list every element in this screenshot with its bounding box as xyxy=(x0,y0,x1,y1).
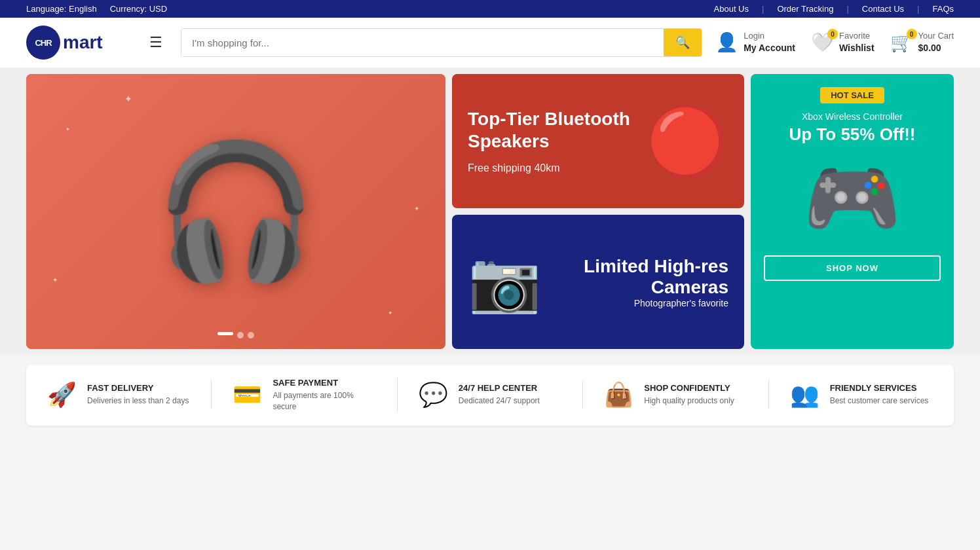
camera-image: 📷 xyxy=(468,248,541,316)
cart-badge: 0 xyxy=(907,29,917,39)
feature-title-3: SHOP CONFIDENTLY xyxy=(644,383,734,393)
account-text: Login My Account xyxy=(744,31,795,54)
promo-controller[interactable]: HOT SALE Xbox Wireless Controller Up To … xyxy=(751,74,954,349)
feature-item-1: 💳 SAFE PAYMENT All payments are 100% sec… xyxy=(212,378,397,412)
feature-item-4: 👥 FRIENDLY SERVICES Best customer care s… xyxy=(769,381,954,409)
promo-speakers-title: Top-Tier Bluetooth Speakers xyxy=(468,108,647,152)
top-bar: Language: English Currency: USD About Us… xyxy=(0,0,980,18)
contact-us-link[interactable]: Contact Us xyxy=(862,4,904,14)
header: CHR mart ☰ 🔍 👤 Login My Account 🤍 0 Favo… xyxy=(0,18,980,67)
search-icon: 🔍 xyxy=(675,36,690,49)
feature-desc-3: High quality products only xyxy=(644,395,734,407)
shop-now-button[interactable]: SHOP NOW xyxy=(764,255,941,281)
header-actions: 👤 Login My Account 🤍 0 Favorite Wishlist… xyxy=(715,31,954,54)
promo-speakers[interactable]: Top-Tier Bluetooth Speakers Free shippin… xyxy=(452,74,744,208)
features-bar: 🚀 FAST DELIVERY Deliveries in less than … xyxy=(26,365,954,426)
feature-icon-0: 🚀 xyxy=(47,381,77,409)
feature-item-0: 🚀 FAST DELIVERY Deliveries in less than … xyxy=(26,381,212,409)
hero-main-banner[interactable]: ✦ ✦ ✦ ✦ ✦ 🎧 xyxy=(26,74,445,349)
search-input[interactable] xyxy=(181,29,664,56)
promo-cameras[interactable]: 📷 Limited High-res Cameras Photographer'… xyxy=(452,215,744,349)
heart-icon: 🤍 0 xyxy=(811,31,834,53)
feature-title-1: SAFE PAYMENT xyxy=(273,378,375,388)
about-us-link[interactable]: About Us xyxy=(714,4,749,14)
search-button[interactable]: 🔍 xyxy=(664,29,702,56)
hero-headphone-image: 🎧 xyxy=(154,135,318,289)
hot-sale-badge: HOT SALE xyxy=(820,87,884,103)
top-bar-left: Language: English Currency: USD xyxy=(26,4,167,14)
cart-icon: 🛒 0 xyxy=(890,31,913,53)
feature-item-2: 💬 24/7 HELP CENTER Dedicated 24/7 suppor… xyxy=(398,381,583,409)
promo-speakers-desc: Free shipping 40km xyxy=(468,162,647,174)
feature-icon-3: 👜 xyxy=(604,381,633,409)
logo[interactable]: CHR mart xyxy=(26,26,131,60)
logo-icon: CHR xyxy=(26,26,60,60)
promo-cameras-text: Limited High-res Cameras Photographer's … xyxy=(541,256,728,308)
feature-title-4: FRIENDLY SERVICES xyxy=(830,383,929,393)
feature-item-3: 👜 SHOP CONFIDENTLY High quality products… xyxy=(583,381,768,409)
wishlist-button[interactable]: 🤍 0 Favorite Wishlist xyxy=(811,31,875,54)
cart-text: Your Cart $0.00 xyxy=(918,31,954,54)
faqs-link[interactable]: FAQs xyxy=(932,4,954,14)
hero-dot-3[interactable] xyxy=(248,332,254,339)
wishlist-text: Favorite Wishlist xyxy=(839,31,875,54)
top-bar-right: About Us | Order Tracking | Contact Us |… xyxy=(714,4,954,14)
controller-title: Xbox Wireless Controller xyxy=(802,111,903,122)
logo-text: mart xyxy=(63,32,103,53)
currency-selector[interactable]: Currency: USD xyxy=(110,4,167,14)
feature-desc-4: Best customer care services xyxy=(830,395,929,407)
hamburger-menu[interactable]: ☰ xyxy=(144,31,168,54)
cart-button[interactable]: 🛒 0 Your Cart $0.00 xyxy=(890,31,954,54)
feature-title-2: 24/7 HELP CENTER xyxy=(459,383,540,393)
hero-section: ✦ ✦ ✦ ✦ ✦ 🎧 Top-Tier Bluetooth Speakers … xyxy=(0,67,980,356)
feature-desc-2: Dedicated 24/7 support xyxy=(459,395,540,407)
feature-icon-4: 👥 xyxy=(790,381,820,409)
hero-dots xyxy=(217,332,254,339)
user-icon: 👤 xyxy=(715,31,738,53)
wishlist-badge: 0 xyxy=(827,29,838,39)
hero-right-column: Top-Tier Bluetooth Speakers Free shippin… xyxy=(452,74,744,349)
feature-title-0: FAST DELIVERY xyxy=(87,383,189,393)
promo-cameras-desc: Photographer's favorite xyxy=(541,298,728,308)
controller-discount: Up To 55% Off!! xyxy=(789,124,915,145)
login-account-button[interactable]: 👤 Login My Account xyxy=(715,31,795,54)
controller-image: 🎮 xyxy=(803,153,901,245)
promo-cameras-title: Limited High-res Cameras xyxy=(541,256,728,298)
feature-desc-0: Deliveries in less than 2 days xyxy=(87,395,189,407)
hero-dot-2[interactable] xyxy=(237,332,244,339)
hero-dot-1[interactable] xyxy=(217,332,233,335)
search-bar: 🔍 xyxy=(181,28,702,57)
order-tracking-link[interactable]: Order Tracking xyxy=(777,4,833,14)
feature-icon-2: 💬 xyxy=(419,381,448,409)
feature-icon-1: 💳 xyxy=(233,381,262,409)
language-selector[interactable]: Language: English xyxy=(26,4,97,14)
feature-desc-1: All payments are 100% secure xyxy=(273,390,375,412)
speaker-image: 🔴 xyxy=(647,103,728,180)
